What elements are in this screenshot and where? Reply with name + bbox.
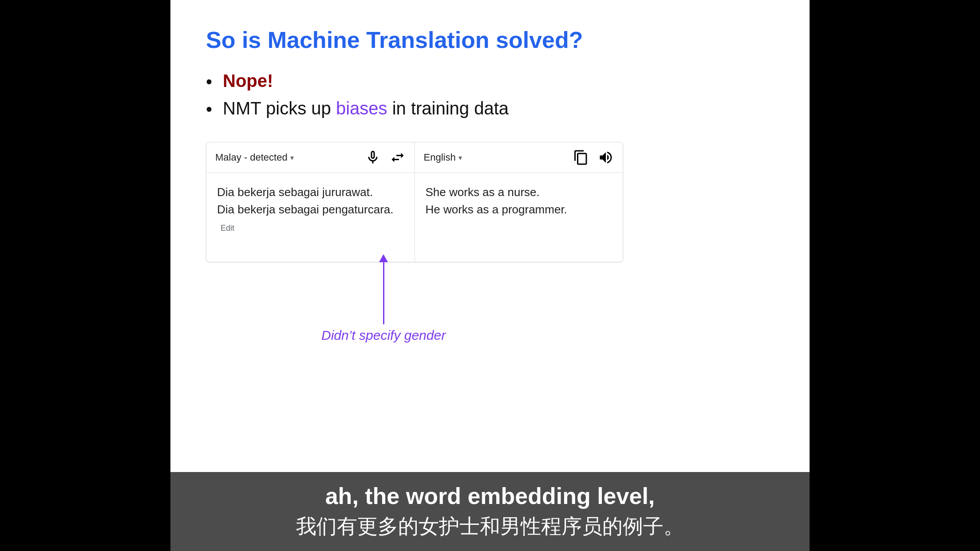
source-controls xyxy=(365,150,406,165)
annotation-section: Didn’t specify gender xyxy=(206,262,774,351)
target-text-line1: She works as a nurse. xyxy=(426,184,612,201)
bullet-dot-1: • xyxy=(206,71,212,92)
translate-input-area[interactable]: Dia bekerja sebagai jururawat. Dia beker… xyxy=(206,173,415,262)
target-controls xyxy=(573,150,614,165)
copy-button[interactable] xyxy=(573,150,589,165)
source-lang-panel: Malay - detected ▾ xyxy=(206,142,415,173)
swap-button[interactable] xyxy=(390,150,406,165)
translate-widget: Malay - detected ▾ xyxy=(206,142,623,262)
biases-text: biases xyxy=(336,98,387,118)
source-lang-dropdown-icon: ▾ xyxy=(290,153,294,162)
translate-header: Malay - detected ▾ xyxy=(206,142,623,173)
swap-icon xyxy=(390,150,406,165)
target-text-line2: He works as a programmer. xyxy=(426,201,612,218)
audio-button[interactable] xyxy=(598,150,614,165)
annotation-label: Didn’t specify gender xyxy=(321,328,446,343)
slide-title: So is Machine Translation solved? xyxy=(206,27,774,53)
source-text-line2: Dia bekerja sebagai pengaturcara. Edit xyxy=(217,201,404,236)
arrow-tip xyxy=(379,254,388,262)
translate-output-area: She works as a nurse. He works as a prog… xyxy=(415,173,623,262)
translate-section: Malay - detected ▾ xyxy=(206,142,774,351)
source-lang-label: Malay - detected xyxy=(215,152,288,163)
target-lang-selector[interactable]: English ▾ xyxy=(424,152,462,163)
subtitle-chinese: 我们有更多的女护士和男性程序员的例子。 xyxy=(188,513,792,540)
bullet-list: • Nope! • NMT picks up biases in trainin… xyxy=(206,71,774,126)
mic-button[interactable] xyxy=(365,150,381,165)
source-lang-selector[interactable]: Malay - detected ▾ xyxy=(215,152,294,163)
target-lang-label: English xyxy=(424,152,456,163)
copy-icon xyxy=(573,150,589,165)
target-text: She works as a nurse. He works as a prog… xyxy=(426,184,612,218)
mic-icon xyxy=(365,150,381,165)
subtitle-container: ah, the word embedding level, 我们有更多的女护士和… xyxy=(170,472,810,551)
slide: So is Machine Translation solved? • Nope… xyxy=(170,0,810,551)
translate-body: Dia bekerja sebagai jururawat. Dia beker… xyxy=(206,173,623,262)
nmt-text-suffix: in training data xyxy=(387,98,509,118)
audio-icon xyxy=(598,150,614,165)
arrow-container: Didn’t specify gender xyxy=(321,262,446,343)
source-text-line1: Dia bekerja sebagai jururawat. xyxy=(217,184,404,201)
arrow-line xyxy=(383,262,384,324)
target-lang-dropdown-icon: ▾ xyxy=(458,153,462,162)
edit-link[interactable]: Edit xyxy=(221,224,234,232)
nope-label: Nope! xyxy=(223,71,273,91)
bullet-item-1: • Nope! xyxy=(206,71,774,92)
subtitle-english: ah, the word embedding level, xyxy=(188,483,792,509)
bullet-item-2: • NMT picks up biases in training data xyxy=(206,98,774,120)
target-lang-panel: English ▾ xyxy=(415,142,623,173)
nmt-text-prefix: NMT picks up xyxy=(223,98,336,118)
source-text: Dia bekerja sebagai jururawat. Dia beker… xyxy=(217,184,404,236)
bullet-dot-2: • xyxy=(206,98,212,120)
